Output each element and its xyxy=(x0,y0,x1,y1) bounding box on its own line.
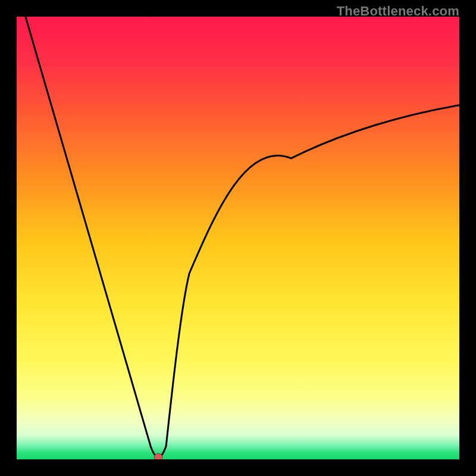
plot-area xyxy=(17,17,459,459)
watermark-text: TheBottleneck.com xyxy=(337,4,459,19)
bottleneck-chart xyxy=(17,17,459,459)
minimum-marker xyxy=(154,453,162,459)
gradient-background xyxy=(17,17,459,459)
chart-frame: TheBottleneck.com xyxy=(0,0,476,476)
